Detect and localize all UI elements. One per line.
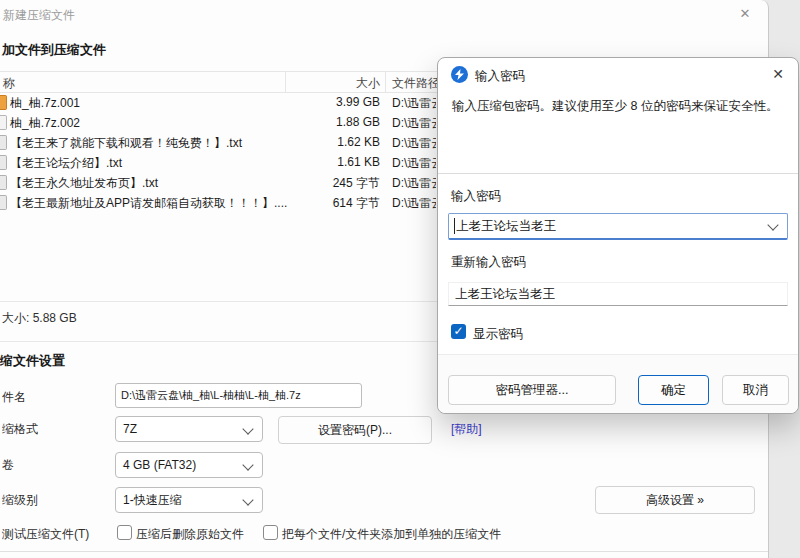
separate-archives-label[interactable]: 把每个文件/文件夹添加到单独的压缩文件 [282,526,501,543]
chevron-down-icon[interactable] [767,219,778,230]
separate-archives-checkbox[interactable] [263,525,278,540]
level-select[interactable]: 1-快速压缩 [115,487,263,513]
text-file-icon [0,195,7,210]
file-path: D:\迅雷云 [392,135,436,152]
file-size: 614 字节 [280,195,380,212]
text-file-icon [0,175,7,190]
format-select[interactable]: 7Z [115,416,263,442]
close-icon[interactable]: ✕ [735,4,755,24]
screen: 新建压缩文件 ✕ 加文件到压缩文件 称 大小 文件路径 柚_柚.7z.001 3… [0,0,800,558]
section-add-files: 加文件到压缩文件 [2,41,106,59]
column-header-size[interactable]: 大小 [285,75,380,92]
divider [438,173,798,174]
file-path: D:\迅雷云 [392,175,436,192]
archive-file-icon [0,95,7,110]
close-icon[interactable]: ✕ [767,63,789,85]
password-label: 输入密码 [451,188,501,205]
file-name: 【老王论坛介绍】.txt [10,155,122,172]
volume-select[interactable]: 4 GB (FAT32) [115,452,263,478]
volume-value: 4 GB (FAT32) [123,453,196,477]
bolt-glyph [455,69,464,80]
confirm-password-label: 重新输入密码 [451,254,526,271]
text-file-icon [0,155,7,170]
text-file-icon [0,135,7,150]
column-header-name[interactable]: 称 [3,75,15,92]
column-divider [385,71,386,92]
file-size: 3.99 GB [280,95,380,109]
file-name: 【老王永久地址发布页】.txt [10,175,158,192]
format-label: 缩格式 [2,421,38,438]
confirm-password-input[interactable]: 上老王论坛当老王 [448,282,788,306]
section-archive-settings: 缩文件设置 [0,352,65,370]
password-input[interactable]: 上老王论坛当老王 [448,213,788,240]
filename-input[interactable]: D:\迅雷云盘\柚_柚\L-柚柚\L-柚_柚.7z [115,383,362,408]
delete-original-checkbox[interactable] [117,525,132,540]
show-password-label[interactable]: 显示密码 [473,326,523,343]
column-header-path[interactable]: 文件路径 [392,75,440,92]
volume-label: 卷 [2,457,14,474]
set-password-button[interactable]: 设置密码(P)... [278,416,432,444]
text-caret [454,218,455,234]
file-path: D:\迅雷云 [392,95,436,112]
filename-label: 件名 [2,389,26,406]
bolt-icon [451,66,468,83]
format-value: 7Z [123,417,137,441]
level-value: 1-快速压缩 [123,488,182,512]
divider [0,551,768,552]
cancel-button[interactable]: 取消 [722,375,789,405]
file-name: 【老王最新地址及APP请发邮箱自动获取！！！】.... [10,195,287,212]
dialog-description: 输入压缩包密码。建议使用至少 8 位的密码来保证安全性。 [452,97,786,116]
chevron-down-icon [242,494,253,505]
file-path: D:\迅雷云 [392,195,436,212]
file-size: 245 字节 [280,175,380,192]
chevron-down-icon [242,459,253,470]
ok-button[interactable]: 确定 [638,375,709,405]
help-link[interactable]: [帮助] [451,421,482,438]
file-name: 柚_柚.7z.002 [10,115,80,132]
show-password-checkbox[interactable]: ✓ [451,324,466,339]
file-size: 1.88 GB [280,115,380,129]
chevron-down-icon [242,423,253,434]
advanced-settings-button[interactable]: 高级设置 » [595,486,755,514]
archive-file-icon [0,115,7,130]
enter-password-dialog: 输入密码 ✕ 输入压缩包密码。建议使用至少 8 位的密码来保证安全性。 输入密码… [437,57,799,414]
dialog-footer: 密码管理器... 确定 取消 [438,354,798,413]
file-size: 1.62 KB [280,135,380,149]
file-name: 柚_柚.7z.001 [10,95,80,112]
total-size-label: 大小: 5.88 GB [2,310,77,327]
password-value: 上老王论坛当老王 [456,214,556,238]
file-size: 1.61 KB [280,155,380,169]
level-label: 缩级别 [2,492,38,509]
file-name: 【老王来了就能下载和观看！纯免费！】.txt [10,135,242,152]
window-title: 新建压缩文件 [3,7,75,24]
file-path: D:\迅雷云 [392,115,436,132]
delete-original-label[interactable]: 压缩后删除原始文件 [136,526,244,543]
password-manager-button[interactable]: 密码管理器... [448,375,616,405]
file-path: D:\迅雷云 [392,155,436,172]
test-archive-label[interactable]: 测试压缩文件(T) [2,526,89,543]
dialog-title: 输入密码 [475,68,525,85]
